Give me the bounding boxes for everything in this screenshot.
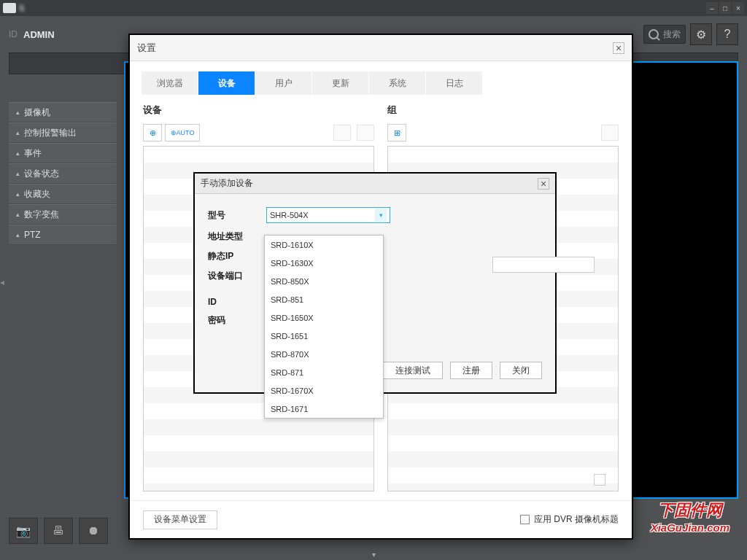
model-dropdown-list: SRD-1610X SRD-1630X SRD-850X SRD-851 SRD… xyxy=(264,235,384,419)
chevron-up-icon: ▴ xyxy=(16,109,20,116)
tab-system[interactable]: 系统 xyxy=(369,71,426,95)
close-button[interactable]: 关闭 xyxy=(500,362,542,379)
print-button[interactable]: 🖶 xyxy=(44,518,73,544)
settings-dialog-title: 设置 xyxy=(137,42,156,55)
left-sidebar: ▴摄像机 ▴控制报警输出 ▴事件 ▴设备状态 ▴收藏夹 ▴数字变焦 ▴PTZ xyxy=(9,102,117,245)
group-plus-icon: ⊞ xyxy=(394,128,400,138)
checkbox-icon xyxy=(520,515,530,524)
add-device-button[interactable]: ⊕ xyxy=(143,124,162,141)
close-icon[interactable]: × xyxy=(613,42,624,54)
sidebar-item-alarm-output[interactable]: ▴控制报警输出 xyxy=(9,122,117,143)
minimize-button[interactable]: – xyxy=(706,2,718,14)
sidebar-item-label: 设备状态 xyxy=(24,168,59,180)
dropdown-option[interactable]: SRD-1671 xyxy=(265,400,383,418)
sidebar-item-label: PTZ xyxy=(24,230,41,240)
sidebar-item-ptz[interactable]: ▴PTZ xyxy=(9,225,117,245)
chevron-up-icon: ▴ xyxy=(16,170,20,177)
tab-device[interactable]: 设备 xyxy=(198,71,255,95)
connection-test-button[interactable]: 连接测试 xyxy=(383,362,443,379)
chevron-up-icon: ▴ xyxy=(16,190,20,198)
chevron-up-icon: ▴ xyxy=(16,129,20,136)
id-label: ID xyxy=(9,29,18,39)
record-button[interactable]: ⏺ xyxy=(79,518,108,544)
model-selected-value: SHR-504X xyxy=(270,211,309,219)
chevron-up-icon: ▴ xyxy=(16,211,20,218)
dropdown-option[interactable]: SRD-851 xyxy=(265,290,383,308)
password-label: 密码 xyxy=(208,314,259,327)
watermark: 下固件网 XiaGuJian.com xyxy=(651,499,729,534)
add-device-header: 手动添加设备 × xyxy=(195,174,555,194)
address-type-label: 地址类型 xyxy=(208,230,259,243)
dropdown-option[interactable]: SRD-1651 xyxy=(265,327,383,345)
chevron-up-icon: ▴ xyxy=(16,231,20,238)
static-ip-label: 静态IP xyxy=(208,250,259,262)
group-column-title: 组 xyxy=(387,104,619,117)
sidebar-item-event[interactable]: ▴事件 xyxy=(9,143,117,163)
auto-add-button[interactable]: ⊕AUTO xyxy=(165,124,200,141)
close-icon[interactable]: × xyxy=(538,178,549,190)
id-value: ADMIN xyxy=(23,29,55,40)
apply-dvr-checkbox[interactable]: 应用 DVR 摄像机标题 xyxy=(520,513,619,526)
dropdown-option[interactable]: SRD-870X xyxy=(265,345,383,363)
add-device-title: 手动添加设备 xyxy=(201,177,253,190)
close-window-button[interactable]: × xyxy=(732,2,744,14)
edit-group-button xyxy=(601,125,619,141)
sidebar-item-favorites[interactable]: ▴收藏夹 xyxy=(9,184,117,204)
search-box[interactable]: 搜索 xyxy=(643,25,686,44)
expand-arrow-icon[interactable]: ▾ xyxy=(372,551,376,559)
corner-checkbox[interactable] xyxy=(594,474,605,486)
app-logo-icon xyxy=(3,3,16,13)
device-column-title: 设备 xyxy=(143,104,374,117)
edit-device-button xyxy=(357,125,374,141)
camera-plus-icon: ⊕ xyxy=(150,128,156,138)
watermark-cn: 下固件网 xyxy=(651,499,729,521)
tab-browser[interactable]: 浏览器 xyxy=(142,71,198,95)
sidebar-item-label: 控制报警输出 xyxy=(24,127,77,139)
id-field-label: ID xyxy=(208,297,259,307)
dropdown-option[interactable]: SRD-850X xyxy=(265,272,383,290)
tab-user[interactable]: 用户 xyxy=(255,71,312,95)
register-button[interactable]: 注册 xyxy=(450,362,492,379)
device-menu-settings-button[interactable]: 设备菜单设置 xyxy=(143,510,217,529)
sidebar-item-label: 数字变焦 xyxy=(24,209,59,221)
settings-button[interactable]: ⚙ xyxy=(690,23,712,45)
device-port-label: 设备端口 xyxy=(208,270,259,282)
dropdown-option[interactable]: SRD-871 xyxy=(265,363,383,381)
static-ip-input[interactable] xyxy=(492,257,595,273)
add-group-button[interactable]: ⊞ xyxy=(387,124,406,141)
sidebar-item-label: 摄像机 xyxy=(24,106,50,119)
sidebar-item-camera[interactable]: ▴摄像机 xyxy=(9,102,117,122)
remove-device-button xyxy=(333,125,351,141)
snapshot-button[interactable]: 📷 xyxy=(9,518,38,544)
dropdown-option[interactable]: SRD-1670X xyxy=(265,381,383,400)
dropdown-option[interactable]: SRD-1630X xyxy=(265,254,383,272)
chevron-up-icon: ▴ xyxy=(16,149,20,157)
search-placeholder: 搜索 xyxy=(663,28,681,41)
sidebar-item-device-status[interactable]: ▴设备状态 xyxy=(9,163,117,184)
tab-log[interactable]: 日志 xyxy=(426,71,483,95)
sidebar-item-label: 收藏夹 xyxy=(24,188,50,201)
model-label: 型号 xyxy=(208,209,259,222)
maximize-button[interactable]: □ xyxy=(719,2,731,14)
dropdown-option[interactable]: SRD-1610X xyxy=(265,236,383,254)
camera-auto-icon: ⊕ xyxy=(171,129,177,136)
settings-dialog-header: 设置 × xyxy=(130,35,632,61)
sidebar-item-label: 事件 xyxy=(24,147,42,160)
sidebar-item-digital-zoom[interactable]: ▴数字变焦 xyxy=(9,204,117,225)
collapse-arrow-icon[interactable]: ◂ xyxy=(0,277,4,287)
dropdown-option[interactable]: SRD-1650X xyxy=(265,308,383,327)
window-titlebar: S – □ × xyxy=(0,0,747,16)
watermark-en: XiaGuJian.com xyxy=(651,521,729,534)
tab-update[interactable]: 更新 xyxy=(312,71,369,95)
help-button[interactable]: ? xyxy=(716,23,738,45)
app-name: S xyxy=(19,4,24,12)
apply-dvr-label: 应用 DVR 摄像机标题 xyxy=(534,513,619,526)
search-icon xyxy=(649,29,659,39)
settings-tabs: 浏览器 设备 用户 更新 系统 日志 xyxy=(142,71,620,95)
model-combobox[interactable]: SHR-504X ▾ xyxy=(266,207,390,223)
chevron-down-icon: ▾ xyxy=(375,209,387,222)
